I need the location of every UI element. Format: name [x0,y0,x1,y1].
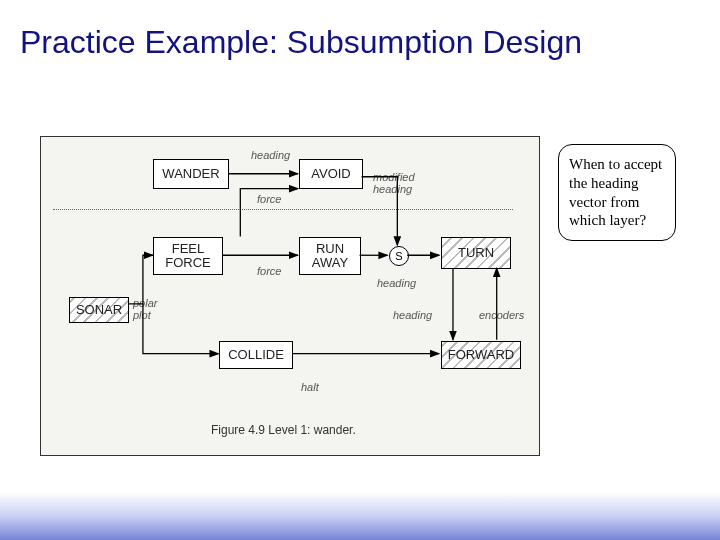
callout-question: When to accept the heading vector from w… [558,144,676,241]
node-feel-force: FEEL FORCE [153,237,223,275]
diagram-frame: WANDER AVOID FEEL FORCE RUN AWAY S TURN … [40,136,540,456]
node-run-away: RUN AWAY [299,237,361,275]
layer-separator [53,209,513,210]
node-avoid: AVOID [299,159,363,189]
node-turn: TURN [441,237,511,269]
node-wander: WANDER [153,159,229,189]
node-suppressor: S [389,246,409,266]
node-sonar: SONAR [69,297,129,323]
edge-label-heading-mid: heading [377,277,416,289]
slide-footer-gradient [0,492,720,540]
edge-label-heading-right: heading [393,309,432,321]
slide-title: Practice Example: Subsumption Design [20,24,582,61]
node-collide: COLLIDE [219,341,293,369]
edge-label-polar-plot: polar plot [133,297,157,321]
edge-label-encoders: encoders [479,309,524,321]
edge-label-force-mid: force [257,265,281,277]
edge-label-modified-heading: modified heading [373,171,415,195]
arrows-layer [41,137,539,455]
figure-caption: Figure 4.9 Level 1: wander. [211,423,356,437]
node-forward: FORWARD [441,341,521,369]
edge-label-force-top: force [257,193,281,205]
edge-label-heading-top: heading [251,149,290,161]
edge-label-halt: halt [301,381,319,393]
